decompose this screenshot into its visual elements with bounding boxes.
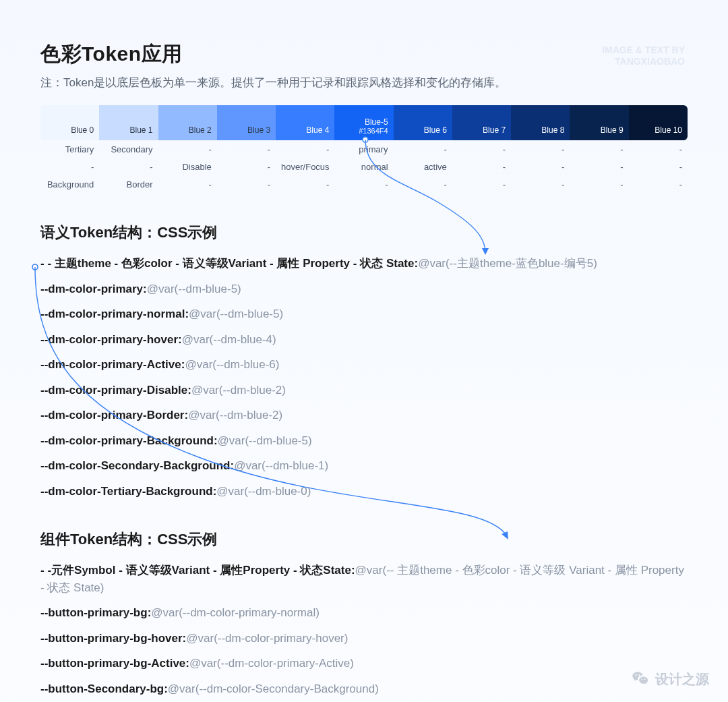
meta-cell: Secondary xyxy=(99,140,158,158)
swatch-3: Blue 3 xyxy=(217,105,276,140)
meta-cell: - xyxy=(452,175,511,193)
swatch-label: Blue 0 xyxy=(44,125,94,135)
token-val: @var(--dm-color-Secondary-Background) xyxy=(168,682,379,695)
swatch-2: Blue 2 xyxy=(158,105,217,140)
token-head: --button-primary-bg-Active: xyxy=(40,657,189,670)
meta-cell: - xyxy=(158,140,217,158)
meta-cell: Tertiary xyxy=(40,140,99,158)
token-val: @var(--dm-blue-5) xyxy=(218,434,312,447)
token-head: --dm-color-Tertiary-Background: xyxy=(40,485,216,498)
swatch-label: Blue 7 xyxy=(456,125,506,135)
semantic-line-3: --dm-color-primary-Active:@var(--dm-blue… xyxy=(40,356,688,374)
meta-row-2: BackgroundBorder--------- xyxy=(40,175,688,193)
semantic-line-6: --dm-color-primary-Background:@var(--dm-… xyxy=(40,432,688,450)
swatch-0: Blue 0 xyxy=(40,105,99,140)
token-head: --button-Secondary-bg: xyxy=(40,682,168,695)
meta-cell: - xyxy=(99,158,158,175)
svg-point-2 xyxy=(32,264,38,270)
semantic-line-8: --dm-color-Tertiary-Background:@var(--dm… xyxy=(40,483,688,500)
meta-cell: - xyxy=(217,175,276,193)
meta-cell: - xyxy=(629,175,688,193)
meta-cell: - xyxy=(394,140,452,158)
swatch-label: Blue 8 xyxy=(515,125,564,135)
swatch-label: Blue 2 xyxy=(162,125,212,135)
token-val: @var(--dm-blue-5) xyxy=(189,308,283,320)
meta-cell: - xyxy=(217,140,276,158)
page-title: 色彩Token应用 xyxy=(40,40,688,68)
swatch-1: Blue 1 xyxy=(99,105,158,140)
watermark-text: 设计之源 xyxy=(655,670,709,689)
component-pattern: - -元件Symbol - 语义等级Variant - 属性Property -… xyxy=(40,562,688,596)
swatch-label: Blue 9 xyxy=(574,125,623,135)
swatch-5: Blue-5#1364F4 xyxy=(334,105,393,140)
token-head: --dm-color-primary-Active: xyxy=(40,358,185,371)
token-head: --dm-color-primary-Disable: xyxy=(40,384,191,397)
meta-cell: Border xyxy=(99,175,158,193)
meta-cell: - xyxy=(276,175,334,193)
token-val: @var(--dm-blue-4) xyxy=(182,333,276,346)
semantic-line-0: --dm-color-primary:@var(--dm-blue-5) xyxy=(40,281,688,298)
swatch-4: Blue 4 xyxy=(276,105,334,140)
swatch-6: Blue 6 xyxy=(394,105,452,140)
meta-cell: Background xyxy=(40,175,99,193)
token-val: @var(--dm-color-primary-hover) xyxy=(186,632,348,645)
meta-cell: - xyxy=(452,140,511,158)
swatch-row: Blue 0Blue 1Blue 2Blue 3Blue 4Blue-5#136… xyxy=(40,105,688,140)
section-title-semantic: 语义Token结构：CSS示例 xyxy=(40,223,688,243)
token-head: --dm-color-primary: xyxy=(40,283,147,295)
token-val: @var(--主题theme-蓝色blue-编号5) xyxy=(418,257,597,270)
swatch-label: Blue 10 xyxy=(633,125,682,135)
semantic-line-7: --dm-color-Secondary-Background:@var(--d… xyxy=(40,457,688,475)
token-head: --dm-color-primary-hover: xyxy=(40,333,182,346)
meta-cell: active xyxy=(394,158,452,175)
semantic-line-5: --dm-color-primary-Border:@var(--dm-blue… xyxy=(40,407,688,424)
meta-cell: Disable xyxy=(158,158,217,175)
token-head: --dm-color-Secondary-Background: xyxy=(40,459,234,472)
swatch-label: Blue 1 xyxy=(103,125,152,135)
token-head: --dm-color-primary-Border: xyxy=(40,409,188,421)
semantic-pattern: - - 主题theme - 色彩color - 语义等级Variant - 属性… xyxy=(40,255,688,272)
meta-cell: - xyxy=(276,140,334,158)
palette-table: Blue 0Blue 1Blue 2Blue 3Blue 4Blue-5#136… xyxy=(40,105,688,193)
meta-cell: - xyxy=(629,158,688,175)
svg-marker-1 xyxy=(482,248,489,255)
watermark-line: IMAGE & TEXT BY xyxy=(602,45,685,56)
swatch-label: Blue 6 xyxy=(398,125,447,135)
token-val: @var(--dm-color-primary-Active) xyxy=(189,657,354,670)
token-val: @var(--dm-blue-1) xyxy=(234,459,328,472)
semantic-line-1: --dm-color-primary-normal:@var(--dm-blue… xyxy=(40,305,688,323)
swatch-10: Blue 10 xyxy=(629,105,688,140)
watermark-bottom: 设计之源 xyxy=(631,670,709,689)
component-line-1: --button-primary-bg-hover:@var(--dm-colo… xyxy=(40,630,688,647)
meta-cell: - xyxy=(629,140,688,158)
component-line-3: --button-Secondary-bg:@var(--dm-color-Se… xyxy=(40,680,688,698)
token-head: - - 主题theme - 色彩color - 语义等级Variant - 属性… xyxy=(40,257,418,270)
token-head: --button-primary-bg-hover: xyxy=(40,632,186,645)
wechat-icon xyxy=(631,670,650,689)
token-head: - -元件Symbol - 语义等级Variant - 属性Property -… xyxy=(40,564,355,577)
swatch-label: Blue 3 xyxy=(221,125,270,135)
semantic-line-4: --dm-color-primary-Disable:@var(--dm-blu… xyxy=(40,382,688,399)
token-val: @var(--dm-blue-2) xyxy=(191,384,286,397)
meta-cell: - xyxy=(570,175,628,193)
meta-cell: - xyxy=(511,140,570,158)
watermark-credit: IMAGE & TEXT BY TANGXIAOBAO xyxy=(602,45,685,67)
meta-cell: primary xyxy=(334,140,393,158)
component-line-2: --button-primary-bg-Active:@var(--dm-col… xyxy=(40,655,688,672)
meta-cell: - xyxy=(452,158,511,175)
meta-cell: - xyxy=(40,158,99,175)
token-head: --dm-color-primary-Background: xyxy=(40,434,218,447)
meta-row-0: TertiarySecondary---primary----- xyxy=(40,140,688,158)
swatch-9: Blue 9 xyxy=(570,105,628,140)
section-title-component: 组件Token结构：CSS示例 xyxy=(40,529,688,550)
swatch-hex: #1364F4 xyxy=(338,127,388,135)
swatch-8: Blue 8 xyxy=(511,105,570,140)
swatch-7: Blue 7 xyxy=(452,105,511,140)
meta-cell: - xyxy=(570,158,628,175)
token-val: @var(--dm-blue-5) xyxy=(147,283,241,295)
swatch-label: Blue-5 xyxy=(338,117,388,127)
semantic-line-2: --dm-color-primary-hover:@var(--dm-blue-… xyxy=(40,331,688,349)
meta-cell: - xyxy=(334,175,393,193)
component-line-0: --button-primary-bg:@var(--dm-color-prim… xyxy=(40,604,688,622)
meta-cell: - xyxy=(394,175,452,193)
